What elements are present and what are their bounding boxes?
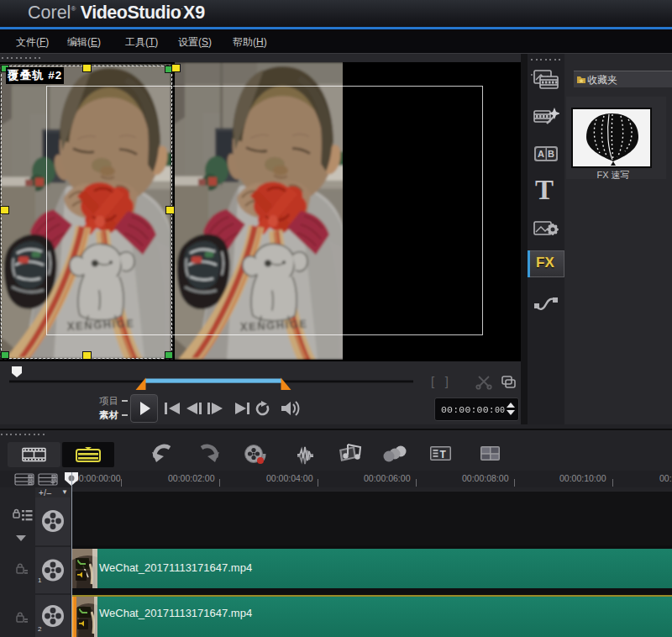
svg-text:B: B — [548, 149, 554, 159]
svg-text:T: T — [440, 449, 447, 461]
svg-text:A: A — [538, 149, 544, 159]
